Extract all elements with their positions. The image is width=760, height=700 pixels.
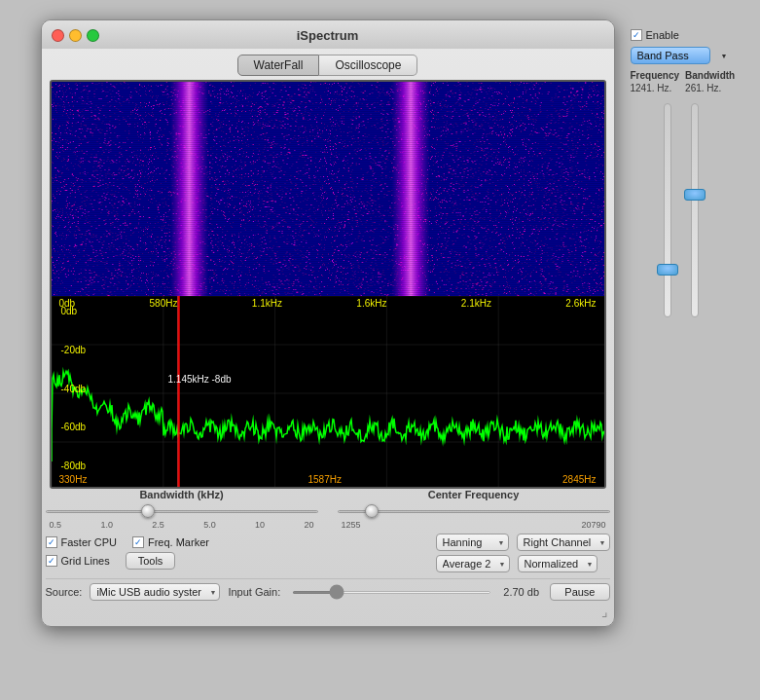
- bandwidth-track[interactable]: [46, 504, 318, 518]
- controls-area: Bandwidth (kHz) 0.5 1.0 2.5 5.0 10 20 Ce…: [42, 489, 614, 605]
- bandwidth-label: Bandwidth (kHz): [46, 489, 318, 500]
- bandwidth-slider-group: Bandwidth (kHz) 0.5 1.0 2.5 5.0 10 20: [46, 489, 318, 530]
- freq-labels-bottom: 330Hz 1587Hz 2845Hz: [59, 474, 597, 485]
- dropdowns-col: Hanning Hamming Blackman Left Channel Ri…: [436, 534, 610, 572]
- pause-button[interactable]: Pause: [550, 583, 609, 601]
- freq-marker-check[interactable]: ✓ Freq. Marker: [132, 536, 209, 548]
- right-panel: ✓ Enable Band Pass Low Pass High Pass No…: [623, 19, 740, 327]
- bandwidth-vslider[interactable]: [691, 103, 699, 317]
- tools-button[interactable]: Tools: [126, 552, 176, 570]
- freq-marker-checkbox[interactable]: ✓: [132, 536, 144, 548]
- window-buttons: [52, 29, 99, 42]
- band-pass-dropdown[interactable]: Band Pass Low Pass High Pass Notch: [631, 47, 710, 64]
- db-20: -20db: [61, 345, 87, 355]
- grid-lines-check[interactable]: ✓ Grid Lines: [46, 555, 110, 567]
- freq-580-label: 580Hz: [150, 298, 178, 309]
- input-gain-label: Input Gain:: [228, 586, 280, 598]
- bottom-freq-right: 2845Hz: [562, 474, 596, 485]
- center-freq-slider-group: Center Frequency 1255 20790: [338, 489, 610, 530]
- normalized-dropdown[interactable]: Normalized Linear dB: [518, 555, 597, 572]
- tab-oscilloscope[interactable]: Oscilloscope: [319, 55, 417, 76]
- freq-1_1k-label: 1.1kHz: [252, 298, 282, 309]
- source-dropdown[interactable]: iMic USB audio syster Built-in Input: [90, 583, 220, 601]
- channel-dropdown-wrapper: Left Channel Right Channel Both: [517, 534, 610, 551]
- source-label: Source:: [46, 586, 83, 598]
- average-dropdown[interactable]: Average 1 Average 2 Average 4: [436, 555, 510, 572]
- spectrum-area: 0db 580Hz 1.1kHz 1.6kHz 2.1kHz 2.6kHz 0d…: [50, 80, 606, 489]
- normalized-dropdown-wrapper: Normalized Linear dB: [518, 555, 597, 572]
- window-dropdown-wrapper: Hanning Hamming Blackman: [436, 534, 509, 551]
- bandwidth-thumb[interactable]: [141, 504, 155, 518]
- center-freq-label: Center Frequency: [338, 489, 610, 500]
- tab-waterfall[interactable]: WaterFall: [237, 55, 320, 76]
- cursor-label: 1.145kHz -8db: [168, 374, 232, 385]
- waterfall-display: [52, 82, 604, 296]
- source-dropdown-wrapper: iMic USB audio syster Built-in Input: [90, 583, 220, 601]
- grid-lines-checkbox[interactable]: ✓: [46, 555, 57, 567]
- titlebar: iSpectrum: [42, 20, 614, 49]
- bottom-freq-left: 330Hz: [59, 474, 88, 485]
- bandwidth-ticks: 0.5 1.0 2.5 5.0 10 20: [46, 520, 318, 530]
- checkboxes-col: ✓ Faster CPU ✓ Freq. Marker ✓ Grid Lines…: [46, 536, 209, 570]
- faster-cpu-check[interactable]: ✓ Faster CPU: [46, 536, 117, 548]
- enable-checkbox[interactable]: ✓: [631, 29, 642, 41]
- freq-labels-top: 0db 580Hz 1.1kHz 1.6kHz 2.1kHz 2.6kHz: [59, 298, 597, 309]
- maximize-button[interactable]: [87, 29, 99, 42]
- db-labels: 0db -20db -40db -60db -80db: [61, 306, 87, 471]
- center-freq-track[interactable]: [338, 504, 610, 518]
- spectrum-graph: [52, 296, 604, 489]
- frequency-vslider[interactable]: [664, 103, 671, 317]
- freq-bw-row: Frequency 1241. Hz. Bandwidth 261. Hz.: [631, 70, 732, 93]
- minimize-button[interactable]: [69, 29, 82, 42]
- window-dropdown[interactable]: Hanning Hamming Blackman: [436, 534, 509, 551]
- enable-check[interactable]: ✓ Enable: [631, 29, 732, 41]
- faster-cpu-checkbox[interactable]: ✓: [46, 536, 57, 548]
- center-freq-ticks: 1255 20790: [338, 520, 610, 530]
- vertical-sliders: [631, 103, 732, 317]
- close-button[interactable]: [52, 29, 64, 42]
- bandwidth-vslider-thumb[interactable]: [684, 189, 706, 201]
- bottom-controls: ✓ Faster CPU ✓ Freq. Marker ✓ Grid Lines…: [46, 534, 610, 572]
- bottom-freq-mid: 1587Hz: [308, 474, 341, 485]
- input-gain-slider[interactable]: [292, 591, 491, 594]
- resize-handle[interactable]: ⌟: [42, 605, 614, 618]
- db-40: -40db: [61, 384, 87, 394]
- freq-2_1k-label: 2.1kHz: [461, 298, 491, 309]
- frequency-col: Frequency 1241. Hz.: [631, 70, 680, 93]
- cursor-line: [178, 296, 180, 489]
- average-dropdown-wrapper: Average 1 Average 2 Average 4: [436, 555, 510, 572]
- channel-dropdown[interactable]: Left Channel Right Channel Both: [517, 534, 610, 551]
- source-row: Source: iMic USB audio syster Built-in I…: [46, 578, 610, 605]
- db-60: -60db: [61, 422, 87, 432]
- freq-2_6k-label: 2.6kHz: [565, 298, 596, 309]
- window-title: iSpectrum: [297, 28, 359, 43]
- frequency-vslider-thumb[interactable]: [657, 264, 678, 276]
- center-freq-thumb[interactable]: [365, 504, 379, 518]
- sliders-row: Bandwidth (kHz) 0.5 1.0 2.5 5.0 10 20 Ce…: [46, 489, 610, 530]
- freq-1_6k-label: 1.6kHz: [356, 298, 386, 309]
- bandwidth-col: Bandwidth 261. Hz.: [685, 70, 735, 93]
- gain-value: 2.70 db: [503, 586, 542, 598]
- db-0: 0db: [61, 306, 87, 316]
- main-window: iSpectrum WaterFall Oscilloscope 0db 580…: [41, 19, 615, 627]
- db-80: -80db: [61, 461, 87, 471]
- band-pass-wrapper: Band Pass Low Pass High Pass Notch: [631, 47, 732, 64]
- tabs-row: WaterFall Oscilloscope: [42, 49, 614, 80]
